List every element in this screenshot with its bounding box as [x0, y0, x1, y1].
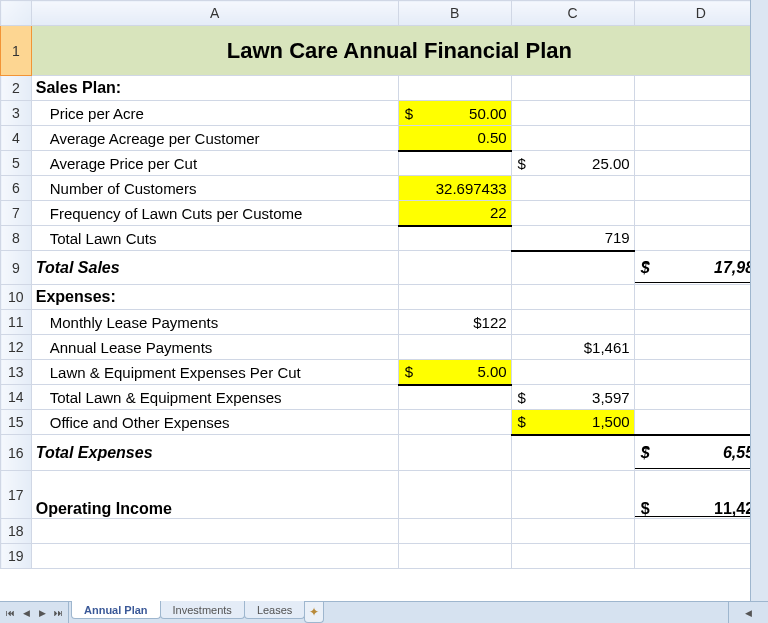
cell-b6[interactable]: 32.697433	[398, 176, 511, 201]
col-header-d[interactable]: D	[634, 1, 767, 26]
cell-b4[interactable]: 0.50	[398, 126, 511, 151]
cell-a9[interactable]: Total Sales	[31, 251, 398, 285]
vertical-scrollbar[interactable]	[750, 0, 768, 601]
row-header-10[interactable]: 10	[1, 285, 32, 310]
col-header-b[interactable]: B	[398, 1, 511, 26]
cell-c10[interactable]	[511, 285, 634, 310]
cell-a12[interactable]: Annual Lease Payments	[31, 335, 398, 360]
cell-a6[interactable]: Number of Customers	[31, 176, 398, 201]
tab-nav-next-icon[interactable]: ▶	[34, 605, 50, 621]
cell-c9[interactable]	[511, 251, 634, 285]
cell-d9[interactable]: $17,984	[634, 251, 767, 285]
row-header-13[interactable]: 13	[1, 360, 32, 385]
cell-c14[interactable]: $3,597	[511, 385, 634, 410]
cell-a5[interactable]: Average Price per Cut	[31, 151, 398, 176]
cell-d6[interactable]	[634, 176, 767, 201]
cell-d12[interactable]	[634, 335, 767, 360]
cell-d13[interactable]	[634, 360, 767, 385]
cell-a13[interactable]: Lawn & Equipment Expenses Per Cut	[31, 360, 398, 385]
cell-d18[interactable]	[634, 519, 767, 544]
cell-a17[interactable]: Operating Income	[31, 471, 398, 519]
cell-d8[interactable]	[634, 226, 767, 251]
cell-b7[interactable]: 22	[398, 201, 511, 226]
cell-d15[interactable]	[634, 410, 767, 435]
cell-d5[interactable]	[634, 151, 767, 176]
cell-c11[interactable]	[511, 310, 634, 335]
cell-a18[interactable]	[31, 519, 398, 544]
cell-a8[interactable]: Total Lawn Cuts	[31, 226, 398, 251]
cell-d7[interactable]	[634, 201, 767, 226]
cell-d17[interactable]: $11,426	[634, 471, 767, 519]
cell-d4[interactable]	[634, 126, 767, 151]
cell-b2[interactable]	[398, 76, 511, 101]
col-header-a[interactable]: A	[31, 1, 398, 26]
row-header-7[interactable]: 7	[1, 201, 32, 226]
cell-c18[interactable]	[511, 519, 634, 544]
row-header-9[interactable]: 9	[1, 251, 32, 285]
cell-b14[interactable]	[398, 385, 511, 410]
cell-d14[interactable]	[634, 385, 767, 410]
row-header-8[interactable]: 8	[1, 226, 32, 251]
cell-b8[interactable]	[398, 226, 511, 251]
cell-b19[interactable]	[398, 544, 511, 569]
horizontal-scroll-left-icon[interactable]: ◀	[728, 602, 768, 623]
row-header-12[interactable]: 12	[1, 335, 32, 360]
cell-a15[interactable]: Office and Other Expenses	[31, 410, 398, 435]
spreadsheet-grid[interactable]: A B C D 1 Lawn Care Annual Financial Pla…	[0, 0, 768, 569]
cell-b17[interactable]	[398, 471, 511, 519]
cell-d2[interactable]	[634, 76, 767, 101]
cell-b13[interactable]: $5.00	[398, 360, 511, 385]
tab-annual-plan[interactable]: Annual Plan	[71, 601, 161, 619]
row-header-3[interactable]: 3	[1, 101, 32, 126]
title-cell[interactable]: Lawn Care Annual Financial Plan	[31, 26, 767, 76]
cell-a19[interactable]	[31, 544, 398, 569]
row-header-4[interactable]: 4	[1, 126, 32, 151]
cell-c5[interactable]: $25.00	[511, 151, 634, 176]
row-header-5[interactable]: 5	[1, 151, 32, 176]
cell-c7[interactable]	[511, 201, 634, 226]
row-header-19[interactable]: 19	[1, 544, 32, 569]
cell-a11[interactable]: Monthly Lease Payments	[31, 310, 398, 335]
cell-b3[interactable]: $50.00	[398, 101, 511, 126]
row-header-14[interactable]: 14	[1, 385, 32, 410]
tab-leases[interactable]: Leases	[244, 601, 305, 619]
cell-a3[interactable]: Price per Acre	[31, 101, 398, 126]
row-header-17[interactable]: 17	[1, 471, 32, 519]
cell-c19[interactable]	[511, 544, 634, 569]
row-header-15[interactable]: 15	[1, 410, 32, 435]
new-sheet-icon[interactable]: ✦	[304, 602, 324, 623]
cell-b11[interactable]: $122	[398, 310, 511, 335]
cell-d19[interactable]	[634, 544, 767, 569]
cell-d16[interactable]: $6,558	[634, 435, 767, 471]
select-all-corner[interactable]	[1, 1, 32, 26]
cell-d11[interactable]	[634, 310, 767, 335]
cell-b5[interactable]	[398, 151, 511, 176]
cell-a14[interactable]: Total Lawn & Equipment Expenses	[31, 385, 398, 410]
cell-c4[interactable]	[511, 126, 634, 151]
cell-b9[interactable]	[398, 251, 511, 285]
row-header-1[interactable]: 1	[1, 26, 32, 76]
cell-c8[interactable]: 719	[511, 226, 634, 251]
cell-b15[interactable]	[398, 410, 511, 435]
row-header-6[interactable]: 6	[1, 176, 32, 201]
cell-c15[interactable]: $1,500	[511, 410, 634, 435]
cell-c2[interactable]	[511, 76, 634, 101]
cell-b16[interactable]	[398, 435, 511, 471]
cell-d3[interactable]	[634, 101, 767, 126]
cell-c3[interactable]	[511, 101, 634, 126]
tab-nav-last-icon[interactable]: ⏭	[50, 605, 66, 621]
cell-b18[interactable]	[398, 519, 511, 544]
tab-investments[interactable]: Investments	[160, 601, 245, 619]
cell-a7[interactable]: Frequency of Lawn Cuts per Custome	[31, 201, 398, 226]
row-header-11[interactable]: 11	[1, 310, 32, 335]
cell-c12[interactable]: $1,461	[511, 335, 634, 360]
row-header-2[interactable]: 2	[1, 76, 32, 101]
cell-d10[interactable]	[634, 285, 767, 310]
tab-nav-first-icon[interactable]: ⏮	[2, 605, 18, 621]
tab-nav-prev-icon[interactable]: ◀	[18, 605, 34, 621]
cell-c6[interactable]	[511, 176, 634, 201]
cell-b10[interactable]	[398, 285, 511, 310]
row-header-18[interactable]: 18	[1, 519, 32, 544]
col-header-c[interactable]: C	[511, 1, 634, 26]
cell-c17[interactable]	[511, 471, 634, 519]
